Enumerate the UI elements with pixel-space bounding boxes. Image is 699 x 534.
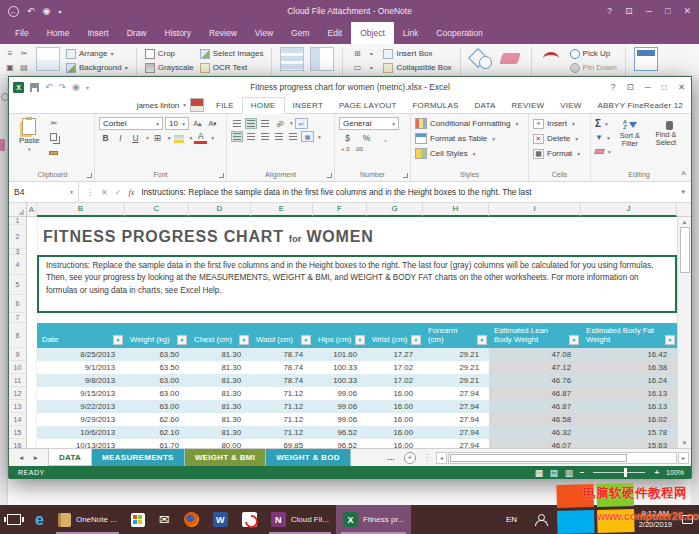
bold-button[interactable]: B: [99, 132, 112, 144]
cell-date[interactable]: 9/15/2013: [37, 387, 125, 400]
account-area[interactable]: james linton ▾: [137, 97, 208, 113]
cell-chest[interactable]: 80.00: [189, 439, 251, 448]
cell-column-a[interactable]: [27, 439, 37, 448]
cell-weight[interactable]: 63.50: [125, 361, 189, 374]
background-button[interactable]: Background▾: [66, 61, 128, 74]
excel-tab[interactable]: HOME: [242, 97, 285, 114]
cell-wrist[interactable]: 17.02: [367, 361, 423, 374]
onenote-close-button[interactable]: ✕: [683, 6, 691, 16]
page-break-view-icon[interactable]: ▥: [565, 468, 573, 478]
cell-weight[interactable]: 61.70: [125, 439, 189, 448]
column-header[interactable]: F: [313, 203, 367, 217]
onenote-tab[interactable]: Review: [200, 22, 246, 44]
insert-function-icon[interactable]: fx: [128, 188, 134, 197]
cut-icon[interactable]: ✂: [18, 47, 30, 59]
percent-icon[interactable]: %: [360, 132, 373, 144]
tab-splitter-icon[interactable]: ⋮: [423, 453, 431, 462]
cell-hips[interactable]: 101.60: [313, 348, 367, 361]
align-center-icon[interactable]: [245, 131, 257, 142]
alignment-dialog-launcher-icon[interactable]: [327, 173, 332, 178]
table-header-cell[interactable]: Wrist (cm) ▾: [367, 323, 423, 348]
clock[interactable]: 9:12 AM 2/20/2019: [639, 509, 672, 529]
autosum-icon[interactable]: Σ: [595, 118, 601, 129]
format-cells-button[interactable]: ▦Format▾: [533, 147, 586, 160]
column-header[interactable]: J: [581, 203, 677, 217]
format-as-table-button[interactable]: Format as Table▾: [415, 132, 524, 145]
excel-tab[interactable]: VIEW: [552, 97, 589, 113]
cell-body-fat-weight[interactable]: 16.42: [581, 348, 677, 361]
cell-styles-button[interactable]: Cell Styles▾: [415, 147, 524, 160]
sheet-tab[interactable]: WEIGHT & BOD: [266, 449, 351, 466]
cell-column-a[interactable]: [27, 387, 37, 400]
vertical-scrollbar[interactable]: ▲ ▼: [677, 217, 691, 448]
align-top-icon[interactable]: [231, 118, 243, 129]
row-header[interactable]: 2: [9, 225, 27, 249]
cell-body-fat-weight[interactable]: 16.13: [581, 400, 677, 413]
fill-down-icon[interactable]: ▼: [595, 133, 603, 142]
cell-chest[interactable]: 81.30: [189, 387, 251, 400]
column-header[interactable]: H: [423, 203, 489, 217]
underline-button[interactable]: U: [129, 132, 142, 144]
cell-waist[interactable]: 78.74: [251, 361, 313, 374]
cell-forearm[interactable]: 27.94: [423, 400, 489, 413]
sheet-title[interactable]: FITNESS PROGRESS CHART for WOMEN: [43, 228, 374, 246]
undo-icon[interactable]: ↶: [45, 82, 53, 92]
taskbar-onenote-notebook-button[interactable]: OneNote ...: [51, 505, 124, 534]
cell-hips[interactable]: 99.06: [313, 400, 367, 413]
undo-icon[interactable]: ↶: [27, 6, 35, 16]
decrease-indent-icon[interactable]: [273, 131, 285, 142]
new-sheet-button[interactable]: +: [404, 452, 416, 464]
qat-dropdown-icon[interactable]: ▾: [58, 8, 61, 15]
increase-indent-icon[interactable]: [287, 131, 299, 142]
cell-lean-body-weight[interactable]: 47.12: [489, 361, 581, 374]
shapes-icon[interactable]: [469, 47, 493, 71]
row-header[interactable]: 14: [9, 413, 27, 426]
row-header[interactable]: 16: [9, 439, 27, 448]
qat-dropdown-icon[interactable]: ▾: [86, 84, 89, 91]
filter-button[interactable]: ▾: [569, 335, 579, 345]
cell-column-a[interactable]: [27, 348, 37, 361]
cell-body-fat-weight[interactable]: 15.78: [581, 426, 677, 439]
filter-button[interactable]: ▾: [301, 335, 311, 345]
cell-lean-body-weight[interactable]: 46.87: [489, 387, 581, 400]
cell-date[interactable]: 10/13/2013: [37, 439, 125, 448]
collapse-icon[interactable]: ▭: [351, 61, 363, 73]
cell-body-fat-weight[interactable]: 16.24: [581, 374, 677, 387]
cell-hips[interactable]: 96.52: [313, 426, 367, 439]
onenote-ribbon-display-button[interactable]: ⊡: [625, 6, 633, 16]
excel-tab[interactable]: FILE: [208, 97, 242, 113]
align-bottom-icon[interactable]: [259, 118, 271, 129]
table-header-cell[interactable]: Chest (cm) ▾: [189, 323, 251, 348]
excel-maximize-button[interactable]: □: [662, 82, 667, 92]
language-indicator[interactable]: EN: [498, 515, 525, 524]
onenote-tab[interactable]: Insert: [78, 22, 117, 44]
scroll-down-icon[interactable]: ▼: [682, 440, 688, 446]
taskbar-edge-button[interactable]: e: [28, 505, 51, 534]
onenote-restore-button[interactable]: □: [665, 6, 670, 16]
next-sheet-icon[interactable]: ►: [32, 454, 38, 461]
cell-hips[interactable]: 99.06: [313, 413, 367, 426]
network-icon[interactable]: [572, 515, 585, 524]
cell-lean-body-weight[interactable]: 46.07: [489, 439, 581, 448]
cell-forearm[interactable]: 27.94: [423, 426, 489, 439]
cell-date[interactable]: 9/22/2013: [37, 400, 125, 413]
touch-mode-icon[interactable]: ◉: [72, 82, 80, 92]
cell-body-fat-weight[interactable]: 15.63: [581, 439, 677, 448]
cancel-icon[interactable]: ✕: [101, 188, 108, 197]
grow-font-icon[interactable]: A▴: [191, 118, 204, 130]
column-header[interactable]: B: [37, 203, 125, 217]
row-header[interactable]: 8: [9, 323, 27, 348]
cell-date[interactable]: 9/29/2013: [37, 413, 125, 426]
row-header[interactable]: 5: [9, 275, 27, 295]
excel-close-button[interactable]: ✕: [678, 82, 685, 92]
filter-button[interactable]: ▾: [665, 335, 675, 345]
format-painter-icon[interactable]: [49, 151, 58, 155]
column-header[interactable]: G: [367, 203, 423, 217]
scroll-up-icon[interactable]: ▲: [682, 219, 688, 225]
cell-column-a[interactable]: [27, 400, 37, 413]
pin-down-button[interactable]: Pin Down: [570, 61, 617, 74]
cell-waist[interactable]: 71.12: [251, 413, 313, 426]
onenote-tab[interactable]: View: [246, 22, 282, 44]
onenote-minimize-button[interactable]: ─: [646, 6, 652, 16]
avatar[interactable]: [190, 98, 204, 112]
